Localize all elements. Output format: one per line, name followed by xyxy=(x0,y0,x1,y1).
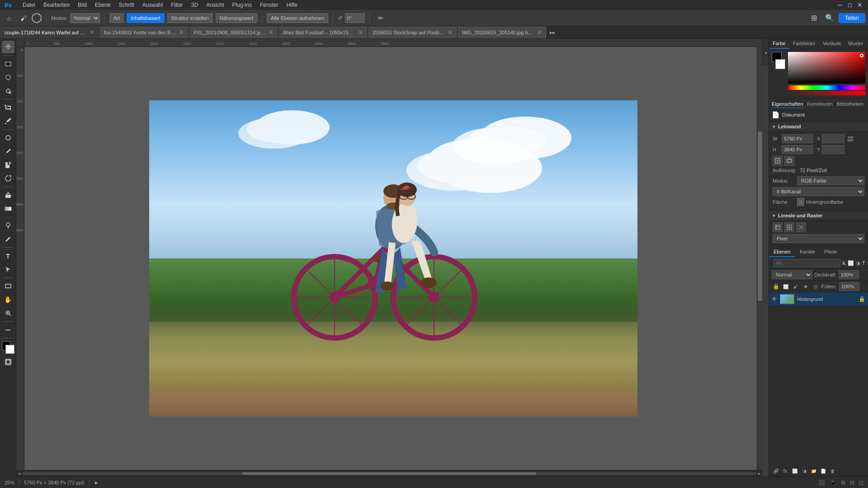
link-dimensions-icon[interactable]: ⛓ xyxy=(847,136,854,142)
layer-visibility-icon[interactable]: 👁 xyxy=(772,296,777,302)
tab-0-close[interactable]: ✕ xyxy=(90,29,94,36)
crop-tool[interactable] xyxy=(2,101,14,114)
menu-fenster[interactable]: Fenster xyxy=(256,1,282,9)
menu-ebene[interactable]: Ebene xyxy=(91,1,114,9)
layer-filter-text-icon[interactable]: T xyxy=(862,259,865,267)
delete-layer-icon[interactable]: 🗑 xyxy=(829,467,837,475)
menu-plugins[interactable]: Plug-ins xyxy=(229,1,255,9)
search-icon[interactable]: 🔍 xyxy=(823,12,836,24)
blend-mode-select[interactable]: Normal xyxy=(772,270,812,279)
x-input[interactable] xyxy=(822,134,844,143)
rectangle-select-tool[interactable] xyxy=(2,57,14,70)
move-tool[interactable] xyxy=(2,41,14,53)
tab-5-close[interactable]: ✕ xyxy=(537,29,542,36)
layer-filter-adjust-icon[interactable]: ◑ xyxy=(856,259,860,267)
dodge-tool[interactable] xyxy=(2,219,14,232)
status-icon-2[interactable]: 📱 xyxy=(830,479,836,486)
status-icon-4[interactable]: ⊟ xyxy=(850,479,854,486)
fill-input[interactable] xyxy=(839,282,859,291)
clone-stamp-tool[interactable] xyxy=(2,159,14,171)
menu-hilfe[interactable]: Hilfe xyxy=(283,1,301,9)
rulers-header[interactable]: ▼ Lineale und Raster xyxy=(769,211,868,221)
menu-3d[interactable]: 3D xyxy=(188,1,202,9)
menu-bearbeiten[interactable]: Bearbeiten xyxy=(40,1,73,9)
gradient-tool[interactable] xyxy=(2,202,14,215)
share-button[interactable]: Teilen xyxy=(839,13,865,23)
menu-ansicht[interactable]: Ansicht xyxy=(203,1,227,9)
modus-select-prop[interactable]: RGB-Farbe xyxy=(797,176,864,185)
tab-2[interactable]: PXL_20210908_095051314.jpg bei... ✕ xyxy=(189,26,278,39)
layer-item-hintergrund[interactable]: 👁 Hintergrund 🔒 xyxy=(769,292,868,306)
status-icon-3[interactable]: ⊞ xyxy=(841,479,845,486)
lock-brush-icon[interactable]: 🖌 xyxy=(792,282,800,291)
eyedropper-tool[interactable] xyxy=(2,115,14,127)
opacity-input[interactable] xyxy=(839,270,859,279)
lock-transparent-icon[interactable]: ⬜ xyxy=(782,282,790,291)
add-fx-icon[interactable]: fx xyxy=(781,467,789,475)
canvas-area[interactable] xyxy=(24,47,762,470)
history-brush-tool[interactable] xyxy=(2,172,14,185)
shape-tool[interactable] xyxy=(2,280,14,292)
muster-tab[interactable]: Muster xyxy=(844,39,867,49)
height-input[interactable] xyxy=(782,145,813,154)
spot-heal-tool[interactable] xyxy=(2,131,14,144)
status-icon-1[interactable]: ⬛ xyxy=(818,479,825,486)
lock-position-icon[interactable]: ✥ xyxy=(802,282,810,291)
add-adjustment-icon[interactable]: ◑ xyxy=(800,467,808,475)
width-input[interactable] xyxy=(782,134,813,143)
layer-filter-pixel-icon[interactable]: ⬜ xyxy=(848,259,854,267)
close-btn[interactable]: ✕ xyxy=(855,0,864,9)
art-button[interactable]: Art xyxy=(109,13,124,23)
tab-2-close[interactable]: ✕ xyxy=(269,29,274,36)
more-tools-btn[interactable]: ••• xyxy=(2,324,14,336)
smooth-icon[interactable]: ✏ xyxy=(374,12,387,24)
background-swatch[interactable] xyxy=(775,59,785,69)
ebenen-tab[interactable]: Ebenen xyxy=(769,247,795,257)
pfade-tab[interactable]: Pfade xyxy=(820,247,842,257)
lasso-tool[interactable] xyxy=(2,71,14,84)
tab-3-close[interactable]: ✕ xyxy=(358,29,363,36)
color-hue-bar[interactable] xyxy=(788,85,865,90)
scroll-v-thumb[interactable] xyxy=(758,131,762,300)
add-link-icon[interactable]: 🔗 xyxy=(772,467,780,475)
layer-filter-kind-icon[interactable]: 𝐊 xyxy=(842,259,846,267)
home-icon[interactable]: ⌂ xyxy=(3,12,15,24)
brush-tool-icon[interactable]: 🖌 xyxy=(17,12,30,24)
alle-ebenen-button[interactable]: Alle Ebenen aufnehmen xyxy=(267,13,328,23)
layers-search-input[interactable] xyxy=(774,259,840,267)
color-opacity-bar[interactable] xyxy=(788,91,865,95)
tab-0[interactable]: couple-1718244 Karen Warfel auf Pixabay.… xyxy=(0,26,99,39)
status-icon-5[interactable]: ◻ xyxy=(859,479,863,486)
naherung-button[interactable]: Näherungswert xyxy=(216,13,258,23)
y-input[interactable] xyxy=(822,145,844,154)
tab-4[interactable]: 2598015 StockSnap auf Pixabay.jpg ✕ xyxy=(368,26,458,39)
ruler-unit-select[interactable]: Pixel xyxy=(773,234,864,243)
tab-3[interactable]: Altes Bild Fussball – 1050x1500.jpg ✕ xyxy=(278,26,368,39)
panel-toggle-icon[interactable]: ⊞ xyxy=(808,12,821,24)
color-gradient-picker[interactable] xyxy=(788,52,865,84)
scrollbar-track[interactable] xyxy=(22,472,756,475)
canvas-size-icon-1[interactable] xyxy=(773,156,783,166)
scroll-left-btn[interactable]: ◂ xyxy=(18,471,20,476)
add-group-icon[interactable]: 📁 xyxy=(810,467,818,475)
ruler-grid-icon-2[interactable] xyxy=(784,222,794,232)
add-layer-icon[interactable]: 📄 xyxy=(819,467,827,475)
brush-tool[interactable] xyxy=(2,145,14,158)
ruler-grid-icon-3[interactable] xyxy=(796,222,806,232)
tab-1-close[interactable]: ✕ xyxy=(179,29,184,36)
text-tool[interactable]: T xyxy=(2,249,14,262)
minimize-btn[interactable]: ─ xyxy=(835,0,844,9)
inhaltsbasiert-button[interactable]: Inhaltsbasiert xyxy=(127,13,164,23)
tab-1[interactable]: fox-1540833 Yvette van den Berg pixabay.… xyxy=(99,26,189,39)
verlaufe-tab[interactable]: Verläufe xyxy=(819,39,844,49)
panel-collapse-btn[interactable]: ◂ xyxy=(762,39,769,66)
kanale-tab[interactable]: Kanäle xyxy=(795,247,820,257)
korrekturen-tab[interactable]: Korrekturen xyxy=(807,100,833,108)
background-color-swatch[interactable] xyxy=(5,345,14,354)
scroll-right-btn[interactable]: ▸ xyxy=(758,471,760,476)
leinwand-header[interactable]: ▼ Leinwand xyxy=(769,122,868,131)
scroll-v-track[interactable] xyxy=(757,47,762,470)
hand-tool[interactable]: ✋ xyxy=(2,293,14,306)
degree-display[interactable]: 0° xyxy=(345,13,365,23)
tab-5[interactable]: IMG_20200625_205140.jpg bei 16... ✕ xyxy=(458,26,547,39)
